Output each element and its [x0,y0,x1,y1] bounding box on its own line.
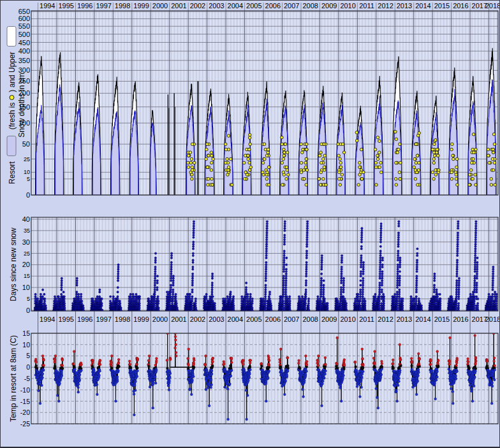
year-label-mid: 2002 [188,315,208,324]
snow-ytick-label: 150 [7,103,30,111]
year-label-mid: 2011 [357,315,377,324]
year-label-mid: 2006 [263,315,283,324]
temp-ytick-label: 0 [7,363,30,371]
temp-ytick-label: -15 [7,398,30,405]
year-label-mid: 2000 [150,315,170,324]
snow-ytick-label: 350 [7,57,30,64]
year-label-top: 2003 [206,2,226,10]
snow-ytick-label: 450 [7,39,30,47]
days-ytick-label: 10 [7,284,30,291]
days-ytick-label: 20 [7,261,30,268]
year-label-top: 2008 [300,2,321,10]
year-label-top: 2006 [263,2,283,10]
year-label-mid: 1999 [131,315,152,324]
year-label-top: 2015 [432,2,452,10]
snow-ytick-label: 0 [7,191,30,199]
snow-ytick-label: 500 [7,31,30,38]
snow-ytick-label: 50 [7,140,30,148]
year-label-mid: 1995 [56,315,77,324]
year-label-mid: 2010 [338,315,358,324]
year-label-top: 2016 [450,2,471,10]
year-label-top: 2018 [483,2,500,10]
snow-ytick-label: 250 [7,77,30,85]
year-label-mid: 2016 [450,315,471,324]
year-label-mid: 1994 [37,315,57,324]
days-ytick-label: 30 [7,238,30,246]
year-label-top: 2002 [188,2,208,10]
year-label-top: 2005 [244,2,264,10]
days-ytick-label: 15 [7,273,30,279]
snow-ytick-label: 650 [7,8,30,15]
snow-history-figure: Resort (fresh is ) and Upper Snow depths… [0,0,500,448]
year-label-top: 2012 [376,2,396,10]
year-label-mid: 2004 [225,315,246,324]
year-label-mid: 1998 [112,315,133,324]
year-label-mid: 1996 [75,315,95,324]
year-label-top: 1995 [56,2,77,10]
year-label-top: 2011 [357,2,377,10]
snow-ytick-label: 5 [7,176,30,182]
year-label-mid: 2008 [300,315,321,324]
year-label-mid: 2012 [376,315,396,324]
year-label-mid: 2005 [244,315,264,324]
temp-ytick-label: 10 [7,341,30,349]
snow-ytick-label: 25 [7,156,30,163]
year-label-top: 2014 [413,2,433,10]
temp-ytick-label: -20 [7,408,30,416]
snow-ytick-label: 200 [7,89,30,97]
temp-ytick-label: -5 [7,375,30,382]
days-ytick-label: 5 [7,296,30,302]
snow-ytick-label: 400 [7,47,30,55]
year-label-top: 1999 [131,2,152,10]
year-label-mid: 2009 [319,315,339,324]
year-label-top: 1997 [94,2,114,10]
temp-ytick-label: 5 [7,352,30,359]
days-ytick-label: 40 [7,215,30,223]
snow-ytick-label: 10 [7,169,30,175]
year-label-mid: 2013 [394,315,415,324]
year-label-mid: 2007 [281,315,302,324]
year-label-top: 2000 [150,2,170,10]
year-label-mid: 2001 [168,315,189,324]
year-label-mid: 1997 [94,315,114,324]
temp-ytick-label: -25 [7,420,30,428]
snow-ytick-label: 600 [7,15,30,22]
snow-ytick-label: 550 [7,22,30,30]
days-ytick-label: 35 [7,228,30,234]
snow-ytick-label: 300 [7,66,30,74]
temp-ytick-label: 15 [7,329,30,337]
year-label-top: 2001 [168,2,189,10]
plot-canvas [1,1,500,448]
year-label-mid: 2003 [206,315,226,324]
year-label-top: 1994 [37,2,57,10]
year-label-top: 1998 [112,2,133,10]
year-label-top: 2010 [338,2,358,10]
days-ytick-label: 25 [7,250,30,257]
year-label-top: 2009 [319,2,339,10]
year-label-top: 2007 [281,2,302,10]
year-label-mid: 2018 [483,315,500,324]
temp-ytick-label: -10 [7,386,30,394]
year-label-mid: 2015 [432,315,452,324]
year-label-top: 1996 [75,2,95,10]
year-label-mid: 2014 [413,315,433,324]
year-label-top: 2004 [225,2,246,10]
year-label-top: 2013 [394,2,415,10]
days-ytick-label: 0 [7,307,30,314]
snow-ytick-label: 100 [7,119,30,127]
